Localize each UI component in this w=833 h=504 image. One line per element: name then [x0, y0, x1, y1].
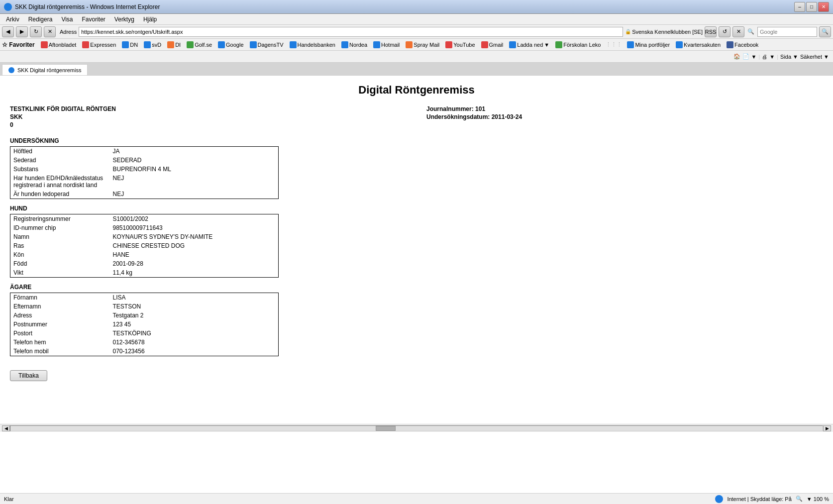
horizontal-scrollbar[interactable]: ◀ ▶ [0, 424, 833, 432]
fav-google[interactable]: Google [216, 41, 245, 49]
menu-favoriter[interactable]: Favoriter [78, 15, 109, 24]
search-input[interactable] [757, 27, 817, 37]
row-label: Postnummer [10, 320, 110, 329]
scroll-track[interactable] [10, 425, 823, 431]
menu-hjälp[interactable]: Hjälp [139, 15, 161, 24]
row-value: TESTKÖPING [110, 329, 279, 338]
table-row: Postnummer 123 45 [10, 320, 279, 329]
table-row: ID-nummer chip 985100009711643 [10, 223, 279, 232]
toolbar-icon-print[interactable]: 🖨 [762, 54, 767, 60]
fav-dagenstv[interactable]: DagensTV [248, 41, 286, 49]
tillbaka-button[interactable]: Tillbaka [10, 370, 47, 381]
toolbar-icon-print-arrow[interactable]: ▼ [769, 54, 775, 60]
menu-redigera[interactable]: Redigera [24, 15, 57, 24]
journal-line: Journalnummer: 101 [426, 105, 823, 112]
table-row: Substans BUPRENORFIN 4 ML [10, 165, 279, 174]
fav-expressen[interactable]: Expressen [80, 41, 118, 49]
maximize-button[interactable]: □ [806, 2, 817, 12]
address-bar: ◀ ▶ ↻ ✕ Adress 🔒 Svenska Kennelklubben [… [0, 25, 833, 39]
refresh-button[interactable]: ↻ [30, 26, 42, 37]
fav-minaportfoljer[interactable]: Mina portföljer [625, 41, 672, 49]
table-row: Har hunden ED/HD/knäledsstatus registrer… [10, 174, 279, 190]
row-label: ID-nummer chip [10, 223, 110, 232]
tab-skk[interactable]: SKK Digital röntgenremiss [2, 64, 88, 75]
fav-handelsbanken[interactable]: Handelsbanken [288, 41, 337, 49]
toolbar-icon-3[interactable]: ▼ [751, 54, 757, 60]
back-button-container: Tillbaka [10, 364, 823, 381]
row-value: HANE [110, 250, 279, 259]
toolbar-separator-2: | [777, 54, 778, 60]
row-label: Vikt [10, 268, 110, 278]
row-value: Testgatan 2 [110, 311, 279, 320]
fav-gmail[interactable]: Gmail [479, 41, 506, 49]
forward-nav-button[interactable]: ▶ [16, 26, 28, 37]
fav-spraymail[interactable]: Spray Mail [404, 41, 441, 49]
close-button[interactable]: ✕ [818, 2, 829, 12]
row-label: Registreringsnummer [10, 214, 110, 224]
table-row: Telefon mobil 070-123456 [10, 347, 279, 356]
table-row: Adress Testgatan 2 [10, 311, 279, 320]
address-label: Adress [60, 29, 77, 35]
menu-visa[interactable]: Visa [57, 15, 77, 24]
toolbar-icon-2[interactable]: 📄 [742, 53, 749, 60]
table-row: Kön HANE [10, 250, 279, 259]
fav-dn[interactable]: DN [120, 41, 140, 49]
clinic-org: SKK [10, 113, 407, 120]
fav-laddaned[interactable]: Ladda ned ▼ [507, 41, 551, 49]
fav-svd[interactable]: svD [142, 41, 163, 49]
fav-facebook[interactable]: Facebook [725, 41, 760, 49]
search-button[interactable]: 🔍 [819, 26, 831, 37]
ie-icon [4, 3, 12, 11]
menu-verktyg[interactable]: Verktyg [110, 15, 138, 24]
fav-icon-aftonbladet [41, 41, 48, 48]
clinic-orgnum: 0 [10, 121, 407, 128]
address-input[interactable] [79, 27, 623, 37]
row-value: 11,4 kg [110, 268, 279, 278]
row-value: JA [110, 147, 279, 156]
fav-icon-minaportfoljer [627, 41, 634, 48]
security-indicator: 🔒 Svenska Kennelklubben [SE] [625, 29, 703, 35]
scroll-right-button[interactable]: ▶ [823, 425, 831, 431]
scroll-thumb[interactable] [376, 426, 396, 431]
fav-youtube[interactable]: YouTube [443, 41, 477, 49]
tab-bar: SKK Digital röntgenremiss [0, 63, 833, 76]
scroll-left-button[interactable]: ◀ [2, 425, 10, 431]
row-value: KOYNAUR'S SYDNEY'S DY-NAMITE [110, 232, 279, 241]
table-row: Höftled JA [10, 147, 279, 156]
browser-toolbar: 🏠 📄 ▼ | 🖨 ▼ | Sida ▼ Säkerhet ▼ [0, 51, 833, 63]
fav-di[interactable]: DI [165, 41, 183, 49]
fav-icon-expressen [82, 41, 89, 48]
fav-aftonbladet[interactable]: Aftonbladet [39, 41, 79, 49]
fav-forskolanleko[interactable]: Förskolan Leko [553, 41, 603, 49]
fav-kvartersakuten[interactable]: Kvartersakuten [674, 41, 723, 49]
toolbar-page-label[interactable]: Sida ▼ [780, 54, 798, 60]
row-value: 012-345678 [110, 338, 279, 347]
stop-nav-button[interactable]: ✕ [732, 26, 744, 37]
window-controls: – □ ✕ [794, 2, 829, 12]
toolbar-safety-label[interactable]: Säkerhet ▼ [800, 54, 829, 60]
tab-icon [8, 67, 14, 73]
table-row: Sederad SEDERAD [10, 156, 279, 165]
favorites-bar: ☆ Favoriter Aftonbladet Expressen DN svD… [0, 39, 833, 51]
row-value: S10001/2002 [110, 214, 279, 224]
row-label: Kön [10, 250, 110, 259]
refresh-nav-button[interactable]: ↺ [719, 26, 730, 37]
row-value: NEJ [110, 174, 279, 190]
fav-icon-facebook [727, 41, 733, 48]
table-row: Registreringsnummer S10001/2002 [10, 214, 279, 224]
row-value: BUPRENORFIN 4 ML [110, 165, 279, 174]
menu-arkiv[interactable]: Arkiv [2, 15, 23, 24]
row-label: Född [10, 259, 110, 268]
row-label: Postort [10, 329, 110, 338]
rss-button[interactable]: RSS [705, 26, 717, 37]
toolbar-icon-1[interactable]: 🏠 [733, 53, 740, 60]
row-label: Substans [10, 165, 110, 174]
ägare-table: Förnamn LISA Efternamn TESTSON Adress Te… [10, 293, 279, 356]
stop-button[interactable]: ✕ [44, 26, 56, 37]
back-nav-button[interactable]: ◀ [2, 26, 14, 37]
row-label: Namn [10, 232, 110, 241]
minimize-button[interactable]: – [794, 2, 805, 12]
fav-golf[interactable]: Golf.se [185, 41, 214, 49]
fav-nordea[interactable]: Nordea [339, 41, 369, 49]
fav-hotmail[interactable]: Hotmail [371, 41, 402, 49]
